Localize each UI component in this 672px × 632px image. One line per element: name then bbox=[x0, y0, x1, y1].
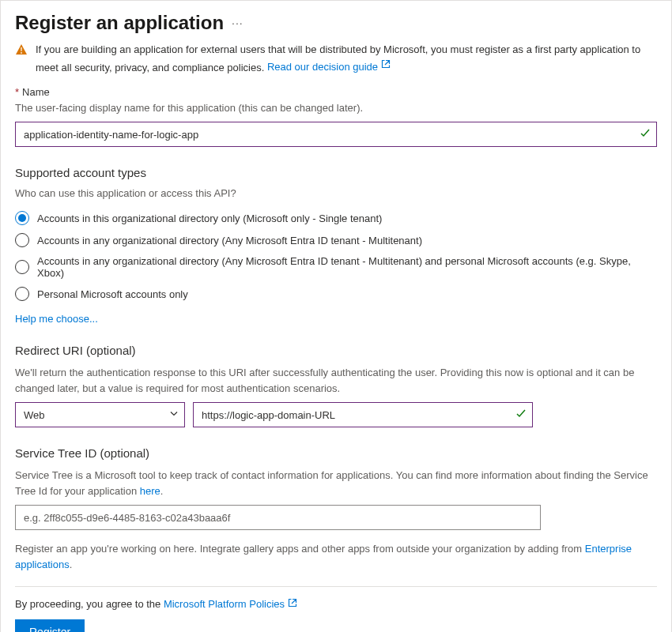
name-label: *Name bbox=[15, 86, 657, 98]
service-tree-heading: Service Tree ID (optional) bbox=[15, 446, 657, 460]
radio-option-single-tenant[interactable]: Accounts in this organizational director… bbox=[15, 207, 657, 229]
register-button[interactable]: Register bbox=[15, 619, 85, 632]
account-types-radio-group: Accounts in this organizational director… bbox=[15, 207, 657, 305]
redirect-uri-input[interactable] bbox=[193, 402, 533, 427]
decision-guide-link[interactable]: Read our decision guide bbox=[267, 61, 391, 73]
radio-icon bbox=[15, 287, 29, 301]
radio-icon bbox=[15, 260, 29, 274]
warning-text: If you are building an application for e… bbox=[36, 42, 657, 75]
name-help: The user-facing display name for this ap… bbox=[15, 100, 657, 116]
agree-text: By proceeding, you agree to the Microsof… bbox=[15, 598, 657, 610]
platform-policies-link[interactable]: Microsoft Platform Policies bbox=[164, 598, 297, 610]
external-link-icon bbox=[288, 598, 297, 610]
warning-banner: If you are building an application for e… bbox=[15, 42, 657, 75]
redirect-uri-heading: Redirect URI (optional) bbox=[15, 344, 657, 357]
service-tree-here-link[interactable]: here bbox=[140, 485, 160, 497]
radio-label: Accounts in any organizational directory… bbox=[37, 235, 422, 246]
check-icon bbox=[640, 128, 651, 141]
radio-option-multitenant-personal[interactable]: Accounts in any organizational directory… bbox=[15, 251, 657, 283]
radio-label: Accounts in any organizational directory… bbox=[37, 255, 657, 279]
external-link-icon bbox=[381, 58, 391, 73]
help-me-choose-link[interactable]: Help me choose... bbox=[15, 313, 98, 325]
account-types-heading: Supported account types bbox=[15, 166, 657, 179]
radio-option-personal-only[interactable]: Personal Microsoft accounts only bbox=[15, 283, 657, 305]
radio-label: Accounts in this organizational director… bbox=[37, 213, 382, 224]
required-star-icon: * bbox=[15, 86, 19, 98]
service-tree-help: Service Tree is a Microsoft tool to keep… bbox=[15, 468, 657, 498]
footer-note: Register an app you're working on here. … bbox=[15, 541, 657, 572]
radio-option-multitenant[interactable]: Accounts in any organizational directory… bbox=[15, 229, 657, 251]
account-types-subtitle: Who can use this application or access t… bbox=[15, 187, 657, 199]
radio-icon bbox=[15, 211, 29, 225]
service-tree-id-input[interactable] bbox=[15, 505, 541, 530]
page-title: Register an application bbox=[15, 12, 224, 34]
radio-label: Personal Microsoft accounts only bbox=[37, 288, 188, 300]
warning-icon bbox=[15, 42, 28, 61]
radio-icon bbox=[15, 233, 29, 247]
name-input[interactable] bbox=[15, 122, 657, 147]
more-actions-icon[interactable]: ··· bbox=[232, 17, 244, 29]
platform-select[interactable] bbox=[15, 402, 185, 427]
redirect-uri-help: We'll return the authentication response… bbox=[15, 365, 657, 396]
check-icon bbox=[515, 408, 527, 422]
divider bbox=[15, 586, 657, 587]
